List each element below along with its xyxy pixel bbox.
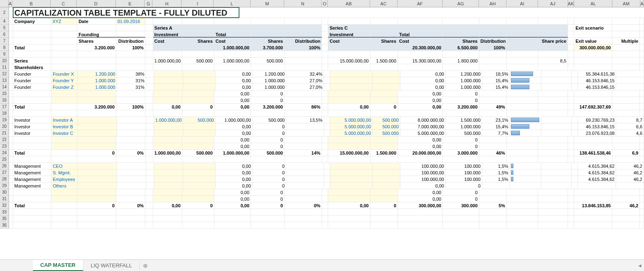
add-sheet-icon[interactable]: ⊕ xyxy=(140,262,151,269)
tab-liq-waterfall[interactable]: LIQ WATERFALL xyxy=(83,260,140,271)
row-headers[interactable]: 2456789101112131415161718192021222324252… xyxy=(0,7,9,229)
grid: CAPITALIZATION TABLE TEMPLATE - FULLY DI… xyxy=(9,7,644,229)
sheet-tabs: CAP MASTER LIQ WATERFALL ⊕ ◄ xyxy=(0,259,644,271)
column-headers[interactable]: ABCDEGHILMNOABACAFAGAHAIAJAKALAMA xyxy=(0,0,644,7)
page-title: CAPITALIZATION TABLE TEMPLATE - FULLY DI… xyxy=(13,7,239,18)
tab-cap-master[interactable]: CAP MASTER xyxy=(33,260,83,271)
scroll-left-icon[interactable]: ◄ xyxy=(637,263,642,269)
